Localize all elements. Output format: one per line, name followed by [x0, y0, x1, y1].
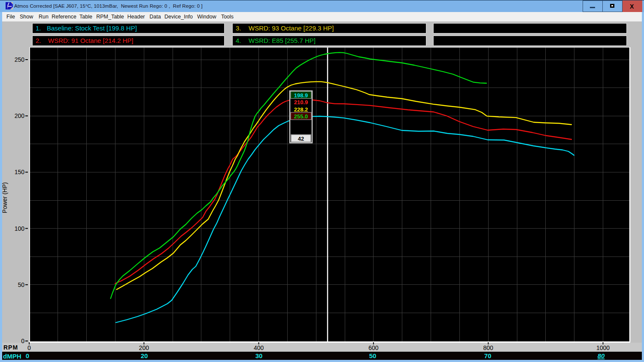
- svg-text:200: 200: [139, 344, 149, 351]
- svg-text:400: 400: [254, 344, 264, 351]
- svg-text:50: 50: [369, 352, 377, 359]
- svg-text:Power (HP): Power (HP): [1, 182, 8, 213]
- svg-text:RPM: RPM: [3, 344, 18, 351]
- svg-text:250: 250: [15, 56, 25, 63]
- svg-text:70: 70: [484, 352, 492, 359]
- svg-text:198.9: 198.9: [294, 92, 308, 99]
- svg-text:800: 800: [483, 344, 494, 351]
- svg-text:30: 30: [255, 352, 263, 359]
- svg-text:255.0: 255.0: [294, 113, 308, 120]
- svg-text:200: 200: [15, 112, 25, 119]
- svg-text:0: 0: [21, 338, 24, 344]
- svg-text:0: 0: [27, 344, 31, 351]
- svg-text:80: 80: [598, 352, 605, 359]
- svg-text:dMPH: dMPH: [3, 353, 21, 360]
- svg-text:1000: 1000: [596, 344, 610, 351]
- svg-text:42: 42: [298, 136, 304, 142]
- svg-text:0: 0: [26, 352, 29, 359]
- svg-text:228.2: 228.2: [294, 106, 308, 113]
- svg-text:600: 600: [368, 344, 379, 351]
- svg-text:100: 100: [15, 225, 25, 232]
- svg-text:20: 20: [141, 352, 148, 359]
- svg-text:50: 50: [18, 281, 24, 288]
- svg-text:150: 150: [15, 169, 25, 175]
- svg-text:210.9: 210.9: [294, 99, 308, 106]
